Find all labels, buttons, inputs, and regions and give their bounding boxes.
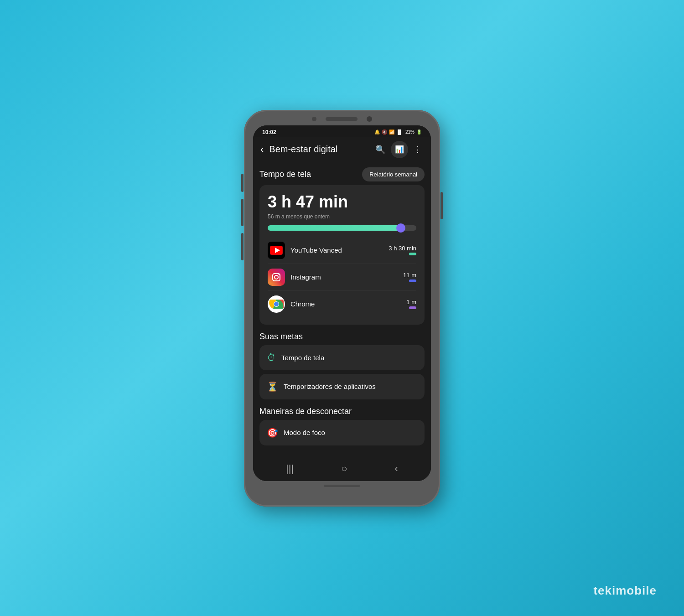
instagram-time-group: 11 m: [403, 272, 416, 282]
app-timer-label: Temporizadores de aplicativos: [284, 383, 376, 390]
screen-time-goal-label: Tempo de tela: [281, 354, 324, 362]
alarm-icon: 🔔: [374, 129, 380, 135]
mute-icon: 🔇: [382, 129, 387, 135]
nav-back[interactable]: ‹: [395, 463, 398, 475]
sensor-dot-left: [312, 117, 316, 121]
progress-dot: [396, 223, 405, 233]
status-icons: 🔔 🔇 📶 ▐▌ 21% 🔋: [374, 129, 422, 135]
status-bar: 10:02 🔔 🔇 📶 ▐▌ 21% 🔋: [253, 125, 431, 137]
time-card: 3 h 47 min 56 m a menos que ontem: [259, 185, 425, 325]
side-button-left-3: [241, 233, 244, 260]
screen-time-header: Tempo de tela Relatório semanal: [259, 167, 425, 181]
bottom-nav: ||| ○ ‹: [253, 458, 431, 481]
focus-mode-label: Modo de foco: [284, 429, 325, 436]
phone-top-sensors: [244, 110, 440, 122]
camera: [367, 116, 372, 122]
more-options-icon[interactable]: ⋮: [412, 143, 424, 156]
chrome-name: Chrome: [290, 300, 406, 308]
svg-point-10: [274, 302, 279, 306]
side-button-left-2: [241, 199, 244, 226]
chart-button[interactable]: 📊: [391, 141, 408, 158]
youtube-time-group: 3 h 30 min: [389, 245, 416, 255]
phone-shell: 10:02 🔔 🔇 📶 ▐▌ 21% 🔋 ‹ Bem-estar digital…: [244, 110, 440, 507]
side-button-right: [440, 192, 443, 219]
screen-time-goal-icon: ⏱: [267, 352, 276, 363]
progress-fill: [268, 225, 404, 231]
weekly-report-button[interactable]: Relatório semanal: [362, 167, 425, 181]
wifi-icon: 📶: [389, 129, 394, 135]
screen-time-label: Tempo de tela: [259, 170, 311, 179]
instagram-icon: [268, 269, 285, 286]
phone-screen: 10:02 🔔 🔇 📶 ▐▌ 21% 🔋 ‹ Bem-estar digital…: [253, 125, 431, 481]
speaker-grille: [326, 117, 358, 121]
youtube-color-dot: [409, 253, 416, 255]
main-scroll[interactable]: Tempo de tela Relatório semanal 3 h 47 m…: [253, 162, 431, 458]
watermark: tekimobile: [593, 584, 657, 598]
signal-icon: ▐▌: [396, 129, 403, 135]
svg-point-6: [279, 274, 280, 275]
total-screen-time: 3 h 47 min: [268, 192, 416, 212]
chrome-time: 1 m: [406, 299, 416, 305]
youtube-vanced-icon: [268, 242, 285, 259]
screen-content: ‹ Bem-estar digital 🔍 📊 ⋮ Tempo de tela …: [253, 137, 431, 481]
status-time: 10:02: [262, 129, 276, 135]
battery-icon: 🔋: [416, 129, 422, 135]
back-button[interactable]: ‹: [260, 144, 264, 155]
chrome-icon: [268, 295, 285, 313]
app-row-instagram[interactable]: Instagram 11 m: [268, 264, 416, 291]
page-title: Bem-estar digital: [269, 144, 370, 155]
top-nav: ‹ Bem-estar digital 🔍 📊 ⋮: [253, 137, 431, 162]
side-button-left-1: [241, 174, 244, 192]
chrome-time-group: 1 m: [406, 299, 416, 309]
instagram-time: 11 m: [403, 272, 416, 279]
nav-recent-apps[interactable]: |||: [286, 463, 294, 475]
svg-rect-3: [269, 270, 284, 285]
usage-progress-bar: [268, 225, 416, 231]
goals-section-label: Suas metas: [259, 332, 425, 342]
phone-bottom-bar: [324, 485, 360, 487]
app-timer-icon: ⏳: [267, 381, 278, 392]
instagram-name: Instagram: [290, 273, 403, 281]
screen-time-goal-row[interactable]: ⏱ Tempo de tela: [259, 345, 425, 370]
app-timer-row[interactable]: ⏳ Temporizadores de aplicativos: [259, 374, 425, 399]
time-comparison: 56 m a menos que ontem: [268, 213, 416, 220]
focus-mode-row[interactable]: 🎯 Modo de foco: [259, 420, 425, 445]
disconnect-section-label: Maneiras de desconectar: [259, 407, 425, 416]
app-row-youtube[interactable]: YouTube Vanced 3 h 30 min: [268, 237, 416, 264]
nav-home[interactable]: ○: [341, 463, 347, 475]
youtube-time: 3 h 30 min: [389, 245, 416, 252]
chart-icon: 📊: [395, 145, 404, 154]
battery-level: 21%: [405, 129, 415, 135]
search-icon[interactable]: 🔍: [373, 143, 387, 156]
chrome-color-dot: [409, 306, 416, 309]
youtube-vanced-name: YouTube Vanced: [290, 246, 389, 254]
instagram-color-dot: [409, 280, 416, 282]
app-row-chrome[interactable]: Chrome 1 m: [268, 291, 416, 317]
focus-mode-icon: 🎯: [267, 427, 278, 438]
